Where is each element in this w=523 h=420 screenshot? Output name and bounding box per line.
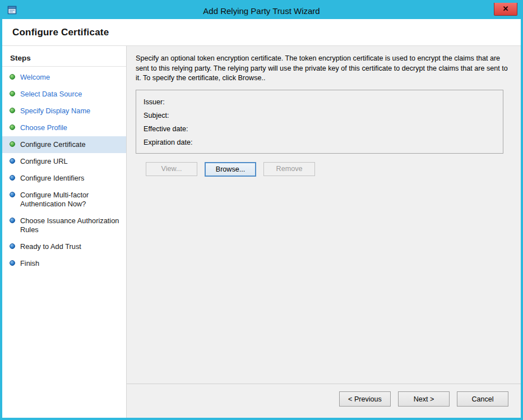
- sidebar-item-finish: Finish: [2, 255, 126, 272]
- subject-label: Subject:: [144, 112, 169, 119]
- step-label: Configure Identifiers: [20, 174, 85, 183]
- step-label: Finish: [20, 259, 39, 268]
- step-pending-icon: [10, 260, 15, 266]
- step-label: Choose Issuance Authorization Rules: [20, 216, 122, 234]
- step-label: Ready to Add Trust: [20, 242, 81, 251]
- sidebar-item-select-data-source[interactable]: Select Data Source: [2, 86, 126, 103]
- wizard-icon: [7, 4, 18, 16]
- step-pending-icon: [10, 192, 15, 197]
- certificate-actions: View... Browse... Remove: [146, 162, 508, 177]
- page-title: Configure Certificate: [12, 27, 109, 38]
- steps-sidebar: Steps WelcomeSelect Data SourceSpecify D…: [2, 46, 127, 418]
- wizard-body: Steps WelcomeSelect Data SourceSpecify D…: [2, 46, 521, 418]
- remove-button[interactable]: Remove: [263, 162, 315, 176]
- cert-row-effective-date: Effective date:: [144, 122, 496, 136]
- step-complete-icon: [10, 124, 15, 130]
- steps-list: WelcomeSelect Data SourceSpecify Display…: [2, 67, 126, 272]
- sidebar-item-welcome[interactable]: Welcome: [2, 69, 126, 86]
- issuer-label: Issuer:: [144, 98, 165, 106]
- step-complete-icon: [10, 141, 15, 147]
- step-pending-icon: [10, 175, 15, 181]
- expiration-date-label: Expiration date:: [144, 139, 193, 146]
- view-button[interactable]: View...: [146, 162, 197, 176]
- cert-row-subject: Subject:: [144, 109, 496, 122]
- sidebar-item-configure-identifiers: Configure Identifiers: [2, 170, 126, 187]
- effective-date-label: Effective date:: [144, 125, 188, 133]
- step-label: Welcome: [20, 73, 50, 82]
- cert-row-issuer: Issuer:: [144, 95, 496, 109]
- step-pending-icon: [10, 218, 15, 223]
- step-label: Configure Multi-factor Authentication No…: [20, 191, 122, 209]
- sidebar-item-configure-certificate: Configure Certificate: [2, 136, 126, 153]
- sidebar-item-choose-issuance-authorization-rules: Choose Issuance Authorization Rules: [2, 213, 126, 238]
- description-text: Specify an optional token encryption cer…: [136, 54, 508, 84]
- previous-button[interactable]: < Previous: [339, 391, 391, 407]
- cancel-button[interactable]: Cancel: [457, 391, 508, 407]
- main-panel: Specify an optional token encryption cer…: [127, 46, 521, 418]
- sidebar-item-configure-url: Configure URL: [2, 153, 126, 170]
- certificate-info-box: Issuer: Subject: Effective date: Expirat…: [136, 90, 503, 154]
- wizard-window: Add Relying Party Trust Wizard ✕ Configu…: [0, 0, 523, 420]
- sidebar-item-specify-display-name[interactable]: Specify Display Name: [2, 103, 126, 119]
- sidebar-item-choose-profile[interactable]: Choose Profile: [2, 119, 126, 136]
- step-complete-icon: [10, 74, 15, 80]
- step-label: Configure Certificate: [20, 140, 86, 149]
- close-button[interactable]: ✕: [494, 3, 517, 16]
- step-complete-icon: [10, 108, 15, 113]
- step-label: Select Data Source: [20, 90, 82, 99]
- sidebar-item-configure-multi-factor-authentication-now: Configure Multi-factor Authentication No…: [2, 187, 126, 213]
- cert-row-expiration-date: Expiration date:: [144, 136, 496, 149]
- steps-heading: Steps: [2, 49, 126, 67]
- step-pending-icon: [10, 158, 15, 164]
- step-pending-icon: [10, 243, 15, 249]
- step-complete-icon: [10, 91, 15, 96]
- page-header: Configure Certificate: [2, 19, 521, 46]
- sidebar-item-ready-to-add-trust: Ready to Add Trust: [2, 238, 126, 255]
- titlebar: Add Relying Party Trust Wizard ✕: [2, 2, 521, 19]
- browse-button[interactable]: Browse...: [205, 162, 256, 177]
- step-label: Configure URL: [20, 157, 68, 166]
- step-label: Specify Display Name: [20, 107, 90, 116]
- close-icon: ✕: [503, 4, 509, 13]
- wizard-footer: < Previous Next > Cancel: [127, 384, 521, 409]
- window-title: Add Relying Party Trust Wizard: [36, 6, 487, 16]
- step-label: Choose Profile: [20, 123, 67, 132]
- next-button[interactable]: Next >: [398, 391, 450, 407]
